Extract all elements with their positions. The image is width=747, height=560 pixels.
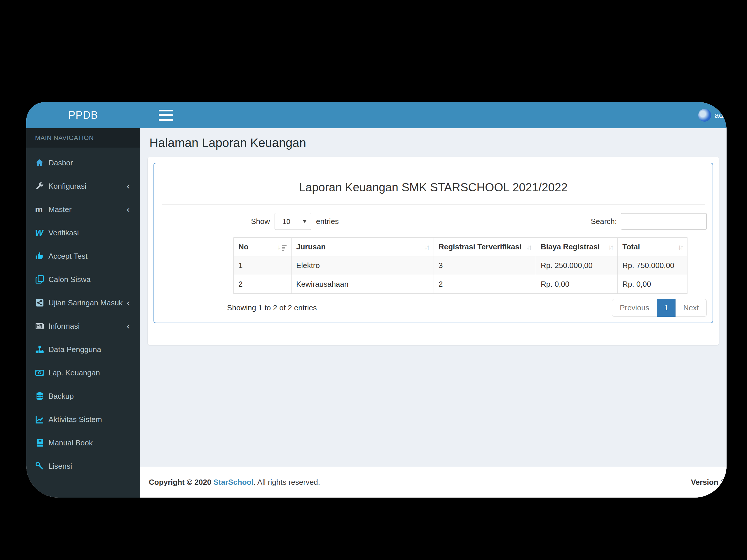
sidebar-item-konfigurasi[interactable]: Konfigurasi‹ [26, 175, 140, 198]
chevron-left-icon: ‹ [126, 181, 130, 191]
sidebar-item-label: Lap. Keuangan [48, 368, 130, 377]
sidebar-item-label: Informasi [48, 322, 126, 331]
sidebar-item-label: Manual Book [48, 438, 130, 447]
brand-text: PPDB [68, 109, 98, 121]
app-window: PPDB admin MAIN NAVIGATION DasborKonfigu… [26, 102, 727, 498]
table-cell: Elektro [291, 257, 434, 275]
column-header-registrasi-terverifikasi[interactable]: Registrasi Terverifikasi↓↑ [434, 238, 536, 257]
chevron-left-icon: ‹ [126, 321, 130, 331]
sidebar-item-verifikasi[interactable]: WVerifikasi [26, 221, 140, 244]
report-divider [162, 205, 705, 205]
sidebar-item-data-pengguna[interactable]: Data Pengguna [26, 338, 140, 361]
sidebar-toggle-icon[interactable] [159, 110, 173, 121]
search-input[interactable] [621, 213, 707, 230]
content-box-body: Laporan Keuangan SMK STARSCHOOL 2021/202… [148, 157, 719, 329]
sidebar-section-header: MAIN NAVIGATION [26, 128, 140, 148]
sidebar-item-informasi[interactable]: Informasi‹ [26, 314, 140, 338]
pagination: Previous1Next [612, 299, 707, 317]
sidebar-item-label: Lisensi [48, 462, 130, 471]
sidebar-item-dasbor[interactable]: Dasbor [26, 151, 140, 175]
pagination-page-button[interactable]: 1 [657, 299, 675, 317]
version-text: Version 2.4 [691, 478, 727, 487]
content-area: Halaman Laporan Keuangan Laporan Keuanga… [140, 128, 727, 498]
length-select-wrap: 10 [275, 213, 311, 230]
column-header-no[interactable]: No↓ [234, 238, 291, 257]
sidebar-item-label: Master [48, 205, 126, 214]
table-cell: Rp. 0,00 [536, 275, 618, 294]
page-length-control: Show 10 entries [251, 213, 339, 230]
table-cell: 1 [234, 257, 291, 275]
table-cell: 3 [434, 257, 536, 275]
sidebar-item-label: Aktivitas Sistem [48, 415, 130, 424]
sort-amount-desc-icon: ↓ [277, 243, 287, 251]
thumbs-up-icon [35, 251, 48, 261]
sidebar-item-label: Calon Siswa [48, 275, 130, 284]
sidebar-item-label: Dasbor [48, 158, 130, 167]
chart-line-icon [35, 415, 48, 424]
table-cell: Rp. 750.000,00 [618, 257, 688, 275]
w-letter-icon: W [35, 228, 48, 238]
navbar: admin [140, 102, 727, 128]
sidebar: MAIN NAVIGATION DasborKonfigurasi‹mMaste… [26, 128, 140, 498]
sidebar-item-label: Konfigurasi [48, 182, 126, 191]
sidebar-item-master[interactable]: mMaster‹ [26, 198, 140, 221]
sidebar-item-manual-book[interactable]: Manual Book [26, 431, 140, 454]
report-title: Laporan Keuangan SMK STARSCHOOL 2021/202… [160, 181, 707, 194]
home-icon [35, 158, 48, 168]
sidebar-item-calon-siswa[interactable]: Calon Siswa [26, 268, 140, 291]
sort-icon: ↓↑ [424, 243, 429, 251]
chevron-left-icon: ‹ [126, 298, 130, 308]
sort-icon: ↓↑ [526, 243, 531, 251]
sidebar-item-aktivitas-sistem[interactable]: Aktivitas Sistem [26, 408, 140, 431]
table-cell: 2 [434, 275, 536, 294]
database-icon [35, 391, 48, 401]
starschool-link[interactable]: StarSchool [213, 478, 253, 486]
content-box: Laporan Keuangan SMK STARSCHOOL 2021/202… [148, 157, 719, 345]
sidebar-item-lap-keuangan[interactable]: Lap. Keuangan [26, 361, 140, 384]
newspaper-icon [35, 321, 48, 331]
brand-logo[interactable]: PPDB [26, 102, 140, 128]
sort-icon: ↓↑ [608, 243, 613, 251]
page-footer: Copyright © 2020 StarSchool. All rights … [140, 466, 727, 498]
search-control: Search: [591, 213, 707, 230]
show-label: Show [251, 217, 270, 226]
sidebar-item-ujian-saringan-masuk[interactable]: Ujian Saringan Masuk‹ [26, 291, 140, 314]
sidebar-item-accept-test[interactable]: Accept Test [26, 244, 140, 268]
user-avatar [698, 109, 711, 122]
key-icon [35, 461, 48, 471]
table-row: 1Elektro3Rp. 250.000,00Rp. 750.000,00 [234, 257, 688, 275]
datatable-wrapper: Show 10 entries Search: [227, 213, 707, 317]
table-row: 2Kewirausahaan2Rp. 0,00Rp. 0,00 [234, 275, 688, 294]
sidebar-item-label: Data Pengguna [48, 345, 130, 354]
copy-icon [35, 274, 48, 284]
sidebar-menu: DasborKonfigurasi‹mMaster‹WVerifikasiAcc… [26, 151, 140, 478]
chevron-left-icon: ‹ [126, 205, 130, 214]
top-bar: PPDB admin [26, 102, 727, 128]
sidebar-item-lisensi[interactable]: Lisensi [26, 454, 140, 478]
search-label: Search: [591, 217, 617, 226]
sidebar-item-backup[interactable]: Backup [26, 384, 140, 408]
length-select[interactable]: 10 [275, 213, 311, 230]
table-footer: Showing 1 to 2 of 2 entries Previous1Nex… [227, 299, 707, 317]
copyright-text: Copyright © 2020 StarSchool. All rights … [149, 478, 320, 487]
column-header-jurusan[interactable]: Jurusan↓↑ [291, 238, 434, 257]
m-letter-icon: m [35, 205, 48, 214]
column-header-total[interactable]: Total↓↑ [618, 238, 688, 257]
sidebar-item-label: Accept Test [48, 252, 130, 261]
sidebar-item-label: Ujian Saringan Masuk [48, 298, 126, 308]
sidebar-item-label: Verifikasi [48, 229, 130, 237]
user-menu[interactable]: admin [698, 102, 727, 128]
book-icon [35, 438, 48, 448]
pagination-previous-button[interactable]: Previous [612, 299, 657, 317]
username: admin [715, 111, 727, 120]
table-cell: Rp. 250.000,00 [536, 257, 618, 275]
pagination-next-button[interactable]: Next [676, 299, 707, 317]
sidebar-item-label: Backup [48, 392, 130, 401]
content-box-footer [148, 329, 719, 345]
sort-icon: ↓↑ [678, 243, 682, 251]
wrench-icon [35, 181, 48, 191]
column-header-biaya-registrasi[interactable]: Biaya Registrasi↓↑ [536, 238, 618, 257]
datatable-controls: Show 10 entries Search: [227, 213, 707, 230]
table-cell: Rp. 0,00 [618, 275, 688, 294]
entries-label: entries [316, 217, 339, 226]
